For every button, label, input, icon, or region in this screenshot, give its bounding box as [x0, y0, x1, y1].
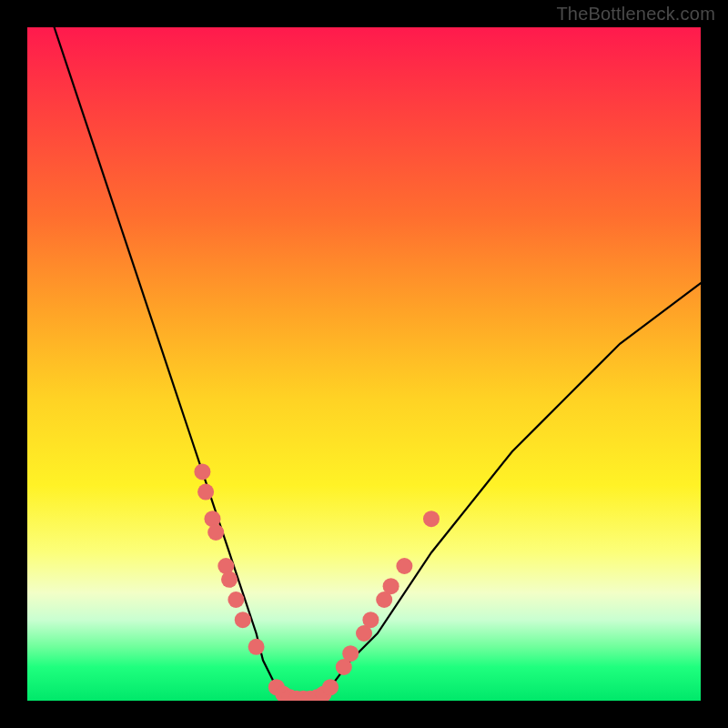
data-marker: [396, 558, 412, 574]
data-marker: [362, 612, 379, 628]
plot-area: [27, 27, 701, 701]
data-markers: [194, 463, 440, 701]
data-marker: [248, 639, 265, 655]
chart-svg: [27, 27, 701, 701]
data-marker: [194, 463, 210, 480]
data-marker: [322, 679, 339, 695]
data-marker: [197, 484, 214, 500]
data-marker: [342, 645, 359, 662]
data-marker: [207, 524, 224, 541]
chart-frame: TheBottleneck.com: [0, 0, 728, 728]
data-marker: [423, 511, 440, 527]
data-marker: [221, 571, 238, 588]
data-marker: [235, 612, 251, 628]
watermark-text: TheBottleneck.com: [556, 4, 715, 25]
data-marker: [228, 592, 244, 608]
data-marker: [383, 578, 399, 594]
